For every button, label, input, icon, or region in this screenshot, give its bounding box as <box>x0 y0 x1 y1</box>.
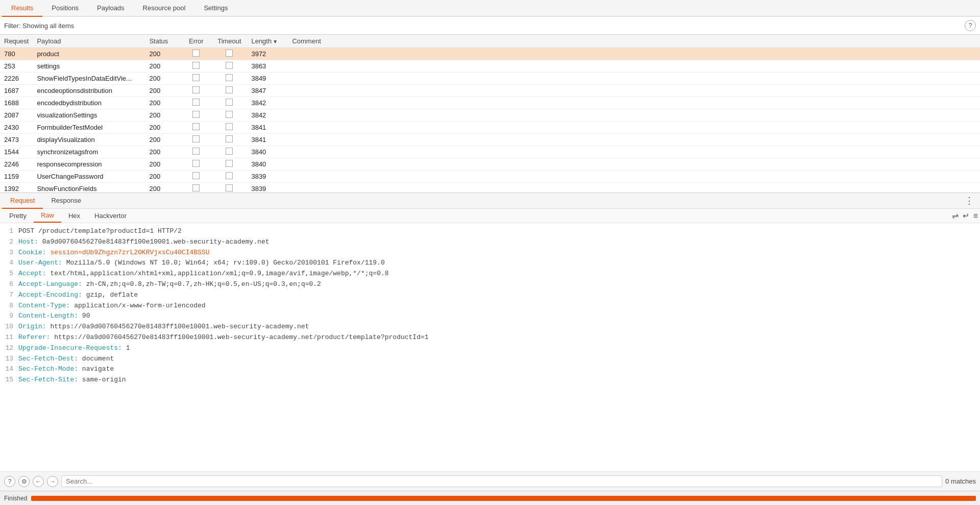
tab-payloads[interactable]: Payloads <box>88 0 133 17</box>
request-content: 1POST /product/template?productId=1 HTTP… <box>0 223 980 471</box>
line-number: 9 <box>5 311 13 322</box>
request-line: 1POST /product/template?productId=1 HTTP… <box>5 226 975 237</box>
checkbox[interactable] <box>226 99 233 106</box>
progress-bar-fill <box>31 496 976 501</box>
checkbox[interactable] <box>226 160 233 167</box>
req-resp-tab-bar: Request Response ⋮ <box>0 193 980 209</box>
checkbox[interactable] <box>226 50 233 57</box>
col-header-error[interactable]: Error <box>181 35 211 48</box>
line-number: 14 <box>5 364 13 375</box>
tab-response[interactable]: Response <box>43 193 89 209</box>
forward-button[interactable]: → <box>47 476 58 487</box>
help-button[interactable]: ? <box>4 476 15 487</box>
table-row[interactable]: 1687encodeoptionsdistribution2003847 <box>0 85 980 97</box>
settings-button[interactable]: ⚙ <box>18 476 30 487</box>
checkbox[interactable] <box>226 172 233 179</box>
tab-settings[interactable]: Settings <box>194 0 237 17</box>
line-number: 5 <box>5 269 13 279</box>
checkbox[interactable] <box>192 99 200 106</box>
filter-bar: Filter: Showing all items ? <box>0 17 980 35</box>
results-table-container: Request Payload Status Error Timeout Len… <box>0 35 980 193</box>
checkbox[interactable] <box>192 50 200 57</box>
sub-tab-hex[interactable]: Hex <box>61 209 87 222</box>
request-line: 14Sec-Fetch-Mode: navigate <box>5 364 975 375</box>
line-number: 2 <box>5 237 13 248</box>
newline-icon[interactable]: ↵ <box>963 211 969 221</box>
request-line: 7Accept-Encoding: gzip, deflate <box>5 290 975 301</box>
tab-positions[interactable]: Positions <box>42 0 88 17</box>
checkbox[interactable] <box>192 86 200 93</box>
col-header-comment[interactable]: Comment <box>288 35 980 48</box>
line-number: 3 <box>5 248 13 258</box>
request-line: 4User-Agent: Mozilla/5.0 (Windows NT 10.… <box>5 258 975 269</box>
bottom-bar: ? ⚙ ← → 0 matches <box>0 471 980 491</box>
checkbox[interactable] <box>192 123 200 130</box>
table-row[interactable]: 253settings2003863 <box>0 60 980 73</box>
request-line: 15Sec-Fetch-Site: same-origin <box>5 375 975 386</box>
table-row[interactable]: 2430FormbuilderTestModel2003841 <box>0 122 980 134</box>
checkbox[interactable] <box>192 135 200 142</box>
checkbox[interactable] <box>192 148 200 155</box>
line-number: 6 <box>5 279 13 290</box>
sub-tab-hackvertor[interactable]: Hackvertor <box>87 209 134 222</box>
table-row[interactable]: 780product2003972 <box>0 48 980 60</box>
line-number: 7 <box>5 290 13 301</box>
checkbox[interactable] <box>226 135 233 142</box>
line-number: 13 <box>5 354 13 365</box>
tab-results[interactable]: Results <box>2 0 42 17</box>
sub-tab-bar: Pretty Raw Hex Hackvertor ⇌ ↵ ≡ <box>0 209 980 223</box>
req-resp-panel: Request Response ⋮ Pretty Raw Hex Hackve… <box>0 193 980 471</box>
line-number: 8 <box>5 301 13 311</box>
checkbox[interactable] <box>192 62 200 69</box>
tab-request[interactable]: Request <box>2 193 43 209</box>
line-number: 1 <box>5 226 13 237</box>
checkbox[interactable] <box>192 184 200 191</box>
checkbox[interactable] <box>226 148 233 155</box>
col-header-timeout[interactable]: Timeout <box>211 35 247 48</box>
tab-resource-pool[interactable]: Resource pool <box>134 0 195 17</box>
checkbox[interactable] <box>226 74 233 81</box>
line-number: 10 <box>5 322 13 332</box>
filter-help-button[interactable]: ? <box>965 20 976 31</box>
request-line: 6Accept-Language: zh-CN,zh;q=0.8,zh-TW;q… <box>5 279 975 290</box>
wrap-icon[interactable]: ⇌ <box>952 211 959 221</box>
table-row[interactable]: 1392ShowFunctionFields2003839 <box>0 183 980 194</box>
checkbox[interactable] <box>226 111 233 118</box>
sub-tab-pretty[interactable]: Pretty <box>2 209 34 222</box>
checkbox[interactable] <box>226 62 233 69</box>
checkbox[interactable] <box>226 123 233 130</box>
search-input[interactable] <box>61 475 942 487</box>
line-number: 15 <box>5 375 13 386</box>
table-row[interactable]: 2246responsecompression2003840 <box>0 158 980 171</box>
results-table: Request Payload Status Error Timeout Len… <box>0 35 980 193</box>
table-header-row: Request Payload Status Error Timeout Len… <box>0 35 980 48</box>
checkbox[interactable] <box>226 184 233 191</box>
request-line: 12Upgrade-Insecure-Requests: 1 <box>5 343 975 354</box>
checkbox[interactable] <box>192 111 200 118</box>
col-header-request[interactable]: Request <box>0 35 33 48</box>
checkbox[interactable] <box>192 172 200 179</box>
col-header-payload[interactable]: Payload <box>33 35 145 48</box>
line-number: 11 <box>5 332 13 343</box>
checkbox[interactable] <box>192 160 200 167</box>
table-row[interactable]: 1159UserChangePassword2003839 <box>0 171 980 183</box>
checkbox[interactable] <box>226 86 233 93</box>
table-row[interactable]: 1544synchronizetagsfrom2003840 <box>0 146 980 158</box>
more-options-icon[interactable]: ≡ <box>973 211 978 221</box>
table-row[interactable]: 2226ShowFieldTypesInDataEditVie...200384… <box>0 73 980 85</box>
line-number: 12 <box>5 343 13 354</box>
table-row[interactable]: 2087visualizationSettings2003842 <box>0 109 980 122</box>
req-resp-menu-button[interactable]: ⋮ <box>961 193 978 208</box>
col-header-length[interactable]: Length▼ <box>247 35 288 48</box>
request-line: 2Host: 0a9d00760456270e81483ff100e10001.… <box>5 237 975 248</box>
table-row[interactable]: 2473displayVisualization2003841 <box>0 134 980 146</box>
back-button[interactable]: ← <box>33 476 44 487</box>
col-header-status[interactable]: Status <box>145 35 181 48</box>
sub-tab-raw[interactable]: Raw <box>34 209 61 223</box>
checkbox[interactable] <box>192 74 200 81</box>
line-number: 4 <box>5 258 13 269</box>
table-row[interactable]: 1688encodedbydistribution2003842 <box>0 97 980 109</box>
request-line: 9Content-Length: 90 <box>5 311 975 322</box>
top-tab-bar: ResultsPositionsPayloadsResource poolSet… <box>0 0 980 17</box>
request-line: 11Referer: https://0a9d00760456270e81483… <box>5 332 975 343</box>
